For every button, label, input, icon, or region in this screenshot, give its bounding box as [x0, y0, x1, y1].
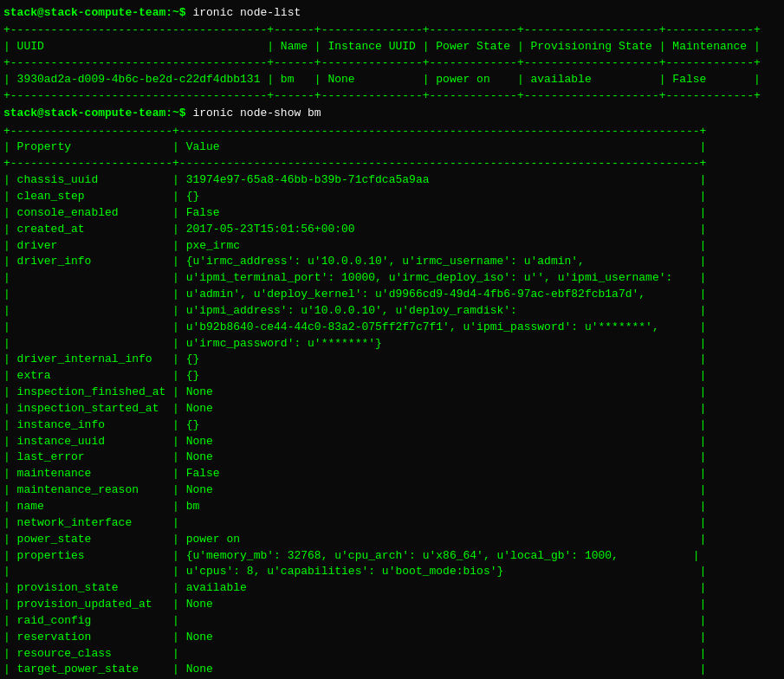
row-driver-info-6: | | u'irmc_password': u'*******'} | [3, 336, 781, 352]
row-chassis-uuid: | chassis_uuid | 31974e97-65a8-46bb-b39b… [3, 172, 781, 189]
row-last-error: | last_error | None | [3, 449, 781, 466]
row-driver-internal-info: | driver_internal_info | {} | [3, 352, 781, 368]
row-driver: | driver | pxe_irmc | [3, 238, 781, 255]
node-list-header: | UUID | Name | Instance UUID | Power St… [3, 39, 781, 55]
cmd-2: ironic node-show bm [186, 107, 321, 120]
row-power-state: | power_state | power on | [3, 532, 781, 548]
cmd-1: ironic node-list [186, 6, 301, 19]
row-driver-info-3: | | u'admin', u'deploy_kernel': u'd9966c… [3, 287, 781, 303]
row-driver-info-4: | | u'ipmi_address': u'10.0.0.10', u'dep… [3, 303, 781, 320]
row-reservation: | reservation | None | [3, 630, 781, 646]
row-clean-step: | clean_step | {} | [3, 189, 781, 205]
row-created-at: | created_at | 2017-05-23T15:01:56+00:00… [3, 222, 781, 238]
row-inspection-finished-at: | inspection_finished_at | None | [3, 385, 781, 401]
prompt-user-2: stack@stack-compute-team:~$ [3, 107, 186, 120]
property-table: +------------------------+--------------… [0, 124, 784, 679]
row-network-interface: | network_interface | | [3, 515, 781, 532]
row-extra: | extra | {} | [3, 368, 781, 385]
row-driver-info-5: | | u'b92b8640-ce44-44c0-83a2-075ff2f7c7… [3, 320, 781, 336]
row-target-power-state: | target_power_state | None | [3, 662, 781, 678]
row-resource-class: | resource_class | | [3, 646, 781, 663]
prompt-line-2: stack@stack-compute-team:~$ ironic node-… [0, 104, 784, 123]
row-raid-config: | raid_config | | [3, 613, 781, 630]
prompt-user-1: stack@stack-compute-team:~$ [3, 6, 186, 19]
row-provision-updated-at: | provision_updated_at | None | [3, 597, 781, 613]
row-driver-info-2: | | u'ipmi_terminal_port': 10000, u'irmc… [3, 270, 781, 287]
prop-sep: +------------------------+--------------… [3, 156, 781, 172]
row-properties-2: | | u'cpus': 8, u'capabilities': u'boot_… [3, 564, 781, 580]
row-name: | name | bm | [3, 499, 781, 515]
row-maintenance: | maintenance | False | [3, 466, 781, 482]
node-list-table: +--------------------------------------+… [0, 23, 784, 104]
row-properties-1: | properties | {u'memory_mb': 32768, u'c… [3, 548, 781, 565]
row-maintenance-reason: | maintenance_reason | None | [3, 482, 781, 499]
prop-header: | Property | Value | [3, 139, 781, 156]
node-list-row: | 3930ad2a-d009-4b6c-be2d-c22df4dbb131 |… [3, 72, 781, 88]
row-console-enabled: | console_enabled | False | [3, 205, 781, 222]
row-instance-info: | instance_info | {} | [3, 417, 781, 434]
row-instance-uuid: | instance_uuid | None | [3, 434, 781, 450]
terminal: stack@stack-compute-team:~$ ironic node-… [0, 0, 784, 679]
row-driver-info-1: | driver_info | {u'irmc_address': u'10.0… [3, 254, 781, 270]
sep-top: +--------------------------------------+… [3, 23, 781, 39]
row-provision-state: | provision_state | available | [3, 580, 781, 597]
row-inspection-started-at: | inspection_started_at | None | [3, 401, 781, 417]
prop-top: +------------------------+--------------… [3, 124, 781, 140]
prompt-line-1: stack@stack-compute-team:~$ ironic node-… [0, 3, 784, 23]
sep-bot: +--------------------------------------+… [3, 88, 781, 105]
sep-mid: +--------------------------------------+… [3, 55, 781, 72]
